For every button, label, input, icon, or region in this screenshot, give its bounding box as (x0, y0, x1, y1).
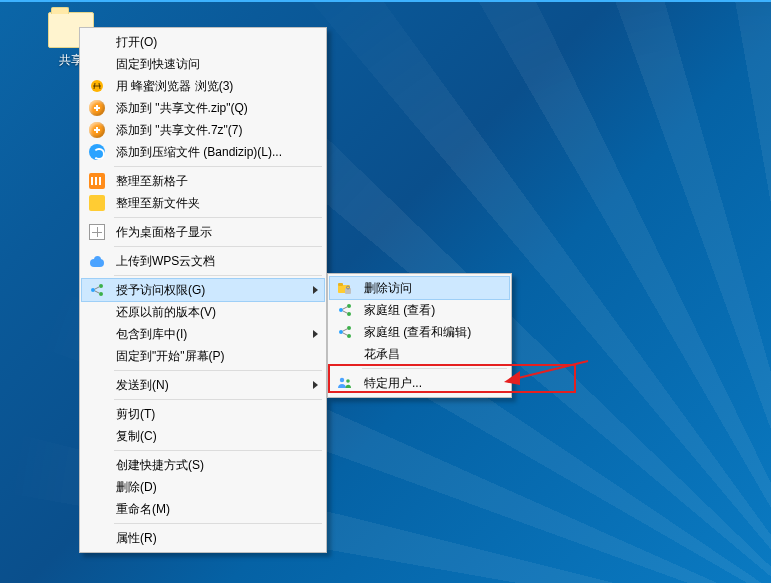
menu-send-to[interactable]: 发送到(N) (82, 374, 324, 396)
menu-add-to-7z[interactable]: 添加到 "共享文件.7z"(7) (82, 119, 324, 141)
menu-rename[interactable]: 重命名(M) (82, 498, 324, 520)
context-menu: 打开(O) 固定到快速访问 用 蜂蜜浏览器 浏览(3) 添加到 "共享文件.zi… (79, 27, 327, 553)
submenu-specific-users[interactable]: 特定用户... (330, 372, 509, 394)
svg-line-16 (514, 361, 588, 379)
svg-point-13 (347, 334, 351, 338)
menu-show-as-grid[interactable]: 作为桌面格子显示 (82, 221, 324, 243)
submenu-user-huachengchang[interactable]: 花承昌 (330, 343, 509, 365)
bee-icon (89, 78, 105, 94)
share-icon (89, 282, 105, 298)
menu-delete[interactable]: 删除(D) (82, 476, 324, 498)
menu-arrange-grid[interactable]: 整理至新格子 (82, 170, 324, 192)
fence-grid-icon (89, 173, 105, 189)
menu-add-to-zip[interactable]: 添加到 "共享文件.zip"(Q) (82, 97, 324, 119)
menu-properties[interactable]: 属性(R) (82, 527, 324, 549)
submenu-arrow-icon (313, 381, 318, 389)
submenu-homegroup-edit[interactable]: 家庭组 (查看和编辑) (330, 321, 509, 343)
svg-point-11 (339, 330, 343, 334)
locked-folder-icon (337, 280, 353, 296)
svg-point-9 (347, 304, 351, 308)
cloud-upload-icon (89, 253, 105, 269)
menu-pin-quick-access[interactable]: 固定到快速访问 (82, 53, 324, 75)
submenu-arrow-icon (313, 286, 318, 294)
menu-arrange-folder[interactable]: 整理至新文件夹 (82, 192, 324, 214)
svg-point-14 (340, 378, 344, 382)
menu-give-access[interactable]: 授予访问权限(G) (82, 279, 324, 301)
submenu-homegroup-view[interactable]: 家庭组 (查看) (330, 299, 509, 321)
annotation-arrow (500, 357, 590, 389)
bandizip-add-icon (89, 122, 105, 138)
svg-point-3 (99, 292, 103, 296)
menu-include-library[interactable]: 包含到库中(I) (82, 323, 324, 345)
share-icon (337, 302, 353, 318)
menu-open[interactable]: 打开(O) (82, 31, 324, 53)
menu-create-shortcut[interactable]: 创建快捷方式(S) (82, 454, 324, 476)
menu-add-to-archive[interactable]: 添加到压缩文件 (Bandizip)(L)... (82, 141, 324, 163)
svg-point-10 (347, 312, 351, 316)
svg-point-12 (347, 326, 351, 330)
svg-point-8 (339, 308, 343, 312)
share-icon (337, 324, 353, 340)
grid-icon (89, 224, 105, 240)
fence-folder-icon (89, 195, 105, 211)
bandizip-add-icon (89, 100, 105, 116)
svg-rect-5 (338, 283, 343, 286)
people-icon (337, 375, 353, 391)
bandizip-icon (89, 144, 105, 160)
submenu-arrow-icon (313, 330, 318, 338)
svg-point-1 (91, 288, 95, 292)
menu-pin-start[interactable]: 固定到"开始"屏幕(P) (82, 345, 324, 367)
menu-copy[interactable]: 复制(C) (82, 425, 324, 447)
svg-point-15 (346, 379, 350, 383)
menu-upload-wps[interactable]: 上传到WPS云文档 (82, 250, 324, 272)
menu-restore-previous[interactable]: 还原以前的版本(V) (82, 301, 324, 323)
menu-hfb-browse[interactable]: 用 蜂蜜浏览器 浏览(3) (82, 75, 324, 97)
svg-point-2 (99, 284, 103, 288)
submenu-remove-access[interactable]: 删除访问 (330, 277, 509, 299)
menu-cut[interactable]: 剪切(T) (82, 403, 324, 425)
give-access-submenu: 删除访问 家庭组 (查看) 家庭组 (查看和编辑) 花承昌 特定用户... (327, 273, 512, 398)
